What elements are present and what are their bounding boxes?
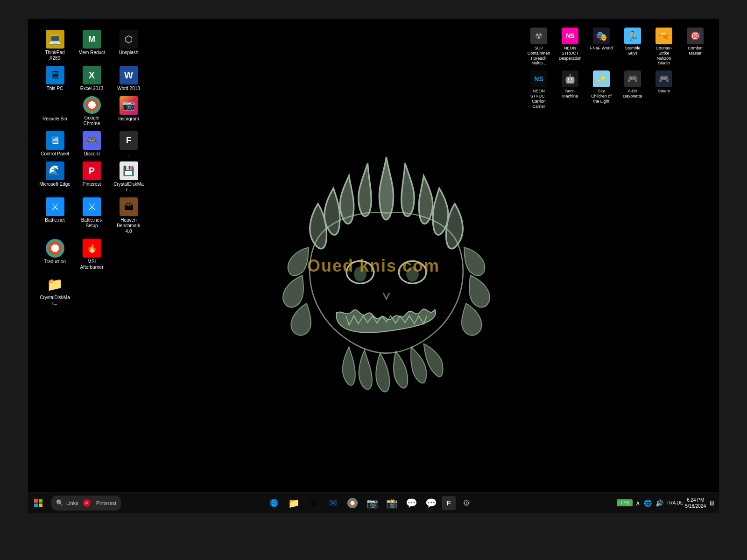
icon-word[interactable]: W Word 2013 <box>111 64 146 93</box>
taskbar-search[interactable]: 🔍 Links P Pinterest <box>51 496 121 511</box>
icon-row-8: 📁 CrystalDiskMar... <box>37 273 146 308</box>
stumble-label: Stumble Guys <box>621 46 644 56</box>
discord-icon: 🎮 <box>83 131 101 150</box>
search-icon: 🔍 <box>56 499 63 506</box>
notification-icon[interactable]: 🖥 <box>708 498 716 508</box>
unsplash-label: Unsplash <box>119 50 139 56</box>
icon-neonstruct1[interactable]: NS NEON STRUCT Desperation... <box>557 26 584 68</box>
network-icon[interactable]: 🌐 <box>643 498 653 508</box>
icon-discord[interactable]: 🎮 Discord <box>74 129 109 159</box>
taskbar-app-camera[interactable]: 📸 <box>383 494 401 512</box>
language-indicator[interactable]: TRA DE <box>666 500 683 506</box>
icon-instagram[interactable]: 📷 Instagram <box>111 94 146 128</box>
icon-sky[interactable]: ✨ Sky Children of the Light <box>588 69 615 111</box>
icon-thispc[interactable]: 🖥 This PC <box>37 64 72 93</box>
taskbar-app-instagram[interactable]: 📷 <box>363 494 381 512</box>
icon-scp[interactable]: ☢ SCP Containment Breach Multip... <box>525 26 552 68</box>
battlenetsetup-icon: ⚔ <box>83 197 101 216</box>
icon-heaven[interactable]: 🏔 Heaven Benchmark 4.0 <box>111 196 146 236</box>
taskbar-app-discord[interactable]: 💬 <box>402 494 420 512</box>
taskbar-app-messenger[interactable]: 💬 <box>422 494 440 512</box>
excel-icon: X <box>83 66 101 84</box>
icon-cs[interactable]: 🔫 Counter-Strike Nukzon Studio <box>650 26 677 68</box>
monitor-outer: Oued knis.com 💻 ThinkPad X280 M Mem Redu… <box>0 0 747 560</box>
icon-8bit[interactable]: 🎮 8-Bit Bayonetta <box>619 69 646 111</box>
taskbar-app-font[interactable]: F <box>442 496 456 510</box>
msi-icon: 🔥 <box>83 239 101 258</box>
icon-font[interactable]: F _ <box>111 129 146 159</box>
volume-icon[interactable]: 🔊 <box>655 498 664 508</box>
svg-rect-4 <box>34 499 38 503</box>
crystaldisk1-icon: 💾 <box>120 161 138 180</box>
font-label: _ <box>127 151 130 157</box>
left-desktop-icons: 💻 ThinkPad X280 M Mem Reduct ⬡ Unsplash … <box>37 28 146 308</box>
taskbar-app-explorer[interactable]: 📁 <box>285 494 303 512</box>
font-taskbar-icon: F <box>447 499 451 507</box>
taskbar-app-chrome[interactable] <box>344 494 361 512</box>
icon-neonstruct2[interactable]: NS NEON STRUCT Carrion Carrier <box>525 69 552 111</box>
svg-rect-6 <box>34 504 38 507</box>
icon-memreduct[interactable]: M Mem Reduct <box>74 28 109 63</box>
instagram-label: Instagram <box>118 116 139 122</box>
icon-stumble[interactable]: 🏃 Stumble Guys <box>619 26 646 68</box>
wallpaper-monster <box>258 126 515 406</box>
chrome-label: Google Chrome <box>76 115 107 126</box>
icon-battlenetsetup[interactable]: ⚔ Battle.net-Setup <box>74 196 109 236</box>
tray-expand-icon[interactable]: ∧ <box>634 498 641 508</box>
edge-label: Microsoft Edge <box>39 182 70 187</box>
taskbar: 🔍 Links P Pinterest 📁 <box>28 492 719 513</box>
icon-steam[interactable]: 🎮 Steam <box>650 69 677 111</box>
taskbar-pinterest-icon: P <box>83 499 91 507</box>
icon-fnaf[interactable]: 🎭 FNaF World <box>588 26 615 68</box>
icon-pinterest[interactable]: P Pinterest <box>74 160 109 195</box>
store-icon: 🛍 <box>309 497 318 508</box>
taskbar-app-settings[interactable]: ⚙ <box>458 494 475 512</box>
crystaldisk2-icon: 📁 <box>46 275 64 294</box>
icon-battlenet[interactable]: ⚔ Battle.net <box>37 196 72 236</box>
icon-sectm[interactable]: 🤖 Sect-Machina <box>557 69 584 111</box>
neonstruct2-label: NEON STRUCT Carrion Carrier <box>527 89 550 109</box>
monitor-screen: Oued knis.com 💻 ThinkPad X280 M Mem Redu… <box>28 19 719 513</box>
edge-taskbar-icon <box>269 498 279 508</box>
combat-label: Combat Master <box>684 46 707 56</box>
controlpanel-icon: 🖥 <box>46 131 64 150</box>
traduction-label: Traduction <box>44 259 66 265</box>
svg-rect-7 <box>39 504 42 507</box>
steam-icon: 🎮 <box>655 70 672 87</box>
taskbar-app-mail[interactable]: ✉ <box>324 494 342 512</box>
cs-icon: 🔫 <box>655 28 672 44</box>
camera-taskbar-icon: 📸 <box>386 497 398 509</box>
icon-chrome[interactable]: Google Chrome <box>74 94 109 128</box>
icon-msi[interactable]: 🔥 MSI Afterburner <box>74 237 109 272</box>
mail-icon: ✉ <box>329 497 337 509</box>
windows-icon <box>34 499 42 507</box>
icon-crystaldisk2[interactable]: 📁 CrystalDiskMar... <box>37 273 72 308</box>
icon-controlpanel[interactable]: 🖥 Control Panel <box>37 129 72 159</box>
stumble-icon: 🏃 <box>624 28 641 44</box>
system-clock[interactable]: 6:24 PM 5/18/2024 <box>685 497 706 509</box>
taskbar-pinterest-label: Pinterest <box>96 500 116 506</box>
icon-row-2: 🖥 This PC X Excel 2013 W Word 2013 <box>37 64 146 93</box>
icon-combat[interactable]: 🎯 Combat Master <box>682 26 709 68</box>
icon-recycle[interactable]: ♻ Recycle Bin <box>37 94 72 128</box>
icon-edge[interactable]: 🌊 Microsoft Edge <box>37 160 72 195</box>
taskbar-pinned-apps: 📁 🛍 ✉ 📷 📸 <box>124 494 617 512</box>
taskbar-app-store[interactable]: 🛍 <box>304 494 322 512</box>
font-icon: F <box>120 131 138 150</box>
clock-time: 6:24 PM <box>685 497 706 503</box>
icon-row-4: 🖥 Control Panel 🎮 Discord F _ <box>37 129 146 159</box>
taskbar-app-edge[interactable] <box>265 494 283 512</box>
instagram-icon: 📷 <box>120 96 138 115</box>
icon-excel[interactable]: X Excel 2013 <box>74 64 109 93</box>
msi-label: MSI Afterburner <box>76 259 107 270</box>
start-button[interactable] <box>28 493 49 513</box>
clock-date: 5/18/2024 <box>685 503 706 509</box>
icon-unsplash[interactable]: ⬡ Unsplash <box>111 28 146 63</box>
pinterest-label: Pinterest <box>83 182 101 187</box>
discord-label: Discord <box>84 151 100 157</box>
svg-point-3 <box>406 266 419 281</box>
settings-taskbar-icon: ⚙ <box>463 498 470 508</box>
icon-traduction[interactable]: Traduction <box>37 237 72 272</box>
icon-crystaldisk1[interactable]: 💾 CrystalDiskMar... <box>111 160 146 195</box>
icon-thinkpad[interactable]: 💻 ThinkPad X280 <box>37 28 72 63</box>
